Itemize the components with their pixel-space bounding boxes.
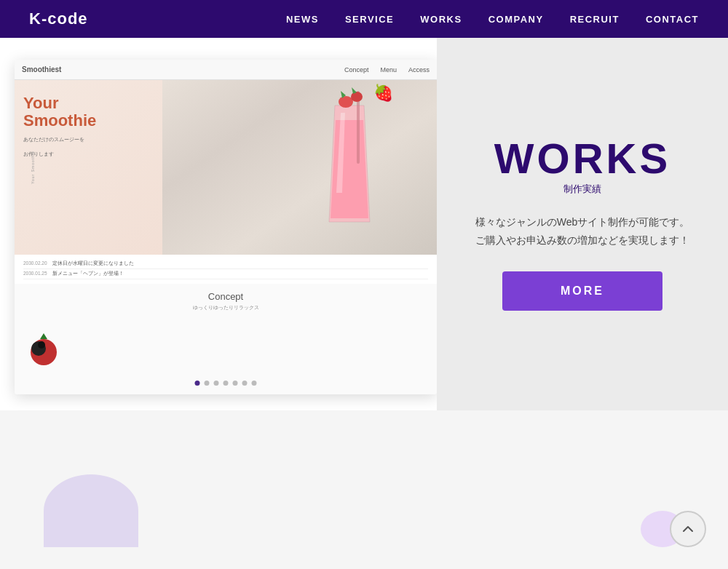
bottom-section [0,410,728,569]
left-fruit-decoration [25,330,62,367]
bottom-circle-left [44,474,138,547]
marble-bg [162,80,437,255]
news-item-2: 2030.01.25 新メニュー「ヘブン」が登場！ [23,269,428,279]
header: K-code NEWS SERVICE WORKS COMPANY RECRUI… [0,0,728,38]
mdot-1[interactable] [195,381,200,386]
nav-link-contact[interactable]: CONTACT [646,14,699,25]
works-right-section: WORKS 制作実績 様々なジャンルのWebサイト制作が可能です。 ご購入やお申… [437,38,728,410]
nav-link-news[interactable]: NEWS [286,14,319,25]
smoothie-subtitle-2: お作りします [23,150,96,158]
mockup-nav-concept: Concept [344,66,369,73]
news-area: 2030.02.20 定休日が水曜日に変更になりました 2030.01.25 新… [15,255,437,284]
mdot-6[interactable] [242,381,248,386]
smoothie-subtitle-1: あなただけのスムージーを [23,135,96,143]
browser-topbar: Smoothiest Concept Menu Access [15,60,437,80]
works-desc-line2: ご購入やお申込み数の増加などを実現します！ [475,234,689,246]
mockup-nav-menu: Menu [380,66,397,73]
nav-link-company[interactable]: COMPANY [488,14,544,25]
news-item-1: 2030.02.20 定休日が水曜日に変更になりました [23,259,428,269]
mdot-4[interactable] [223,381,229,386]
scroll-to-top-button[interactable] [670,511,706,547]
mockup-area: Smoothiest Concept Menu Access Your Smoo… [0,38,437,410]
svg-rect-0 [357,91,360,164]
svg-point-5 [38,341,45,349]
nav-list: NEWS SERVICE WORKS COMPANY RECRUIT CONTA… [286,12,699,25]
news-text-1: 定休日が水曜日に変更になりました [52,260,134,266]
logo[interactable]: K-code [29,9,88,28]
mockup-nav-access: Access [408,66,430,73]
svg-point-1 [339,96,353,108]
news-date-1: 2030.02.20 [23,260,47,266]
mockup-carousel-dots [195,381,257,386]
mdot-3[interactable] [214,381,219,386]
mdot-2[interactable] [205,381,210,386]
nav-item-works[interactable]: WORKS [420,12,462,25]
more-button[interactable]: MORE [502,271,662,311]
news-text-2: 新メニュー「ヘブン」が登場！ [52,271,124,276]
concept-text: ゆっくりゆったりリラックス [23,305,428,311]
svg-point-2 [351,92,363,102]
nav-item-service[interactable]: SERVICE [345,12,394,25]
mdot-5[interactable] [233,381,238,386]
nav-link-service[interactable]: SERVICE [345,14,394,25]
concept-section: Concept ゆっくりゆったりリラックス [15,284,437,319]
works-desc-line1: 様々なジャンルのWebサイト制作が可能です。 [475,216,690,228]
nav-item-contact[interactable]: CONTACT [646,12,699,25]
browser-content: Your Smoothie Your Smoothie あなただけのスムージーを… [15,80,437,394]
smoothie-text-area: Your Smoothie あなただけのスムージーを お作りします [23,95,96,158]
main-section: Smoothiest Concept Menu Access Your Smoo… [0,38,728,410]
smoothie-title-smoothie: Smoothie [23,112,96,130]
nav-item-news[interactable]: NEWS [286,12,319,25]
nav-link-works[interactable]: WORKS [420,14,462,25]
smoothie-title-your: Your [23,95,96,112]
nav-link-recruit[interactable]: RECRUIT [570,14,620,25]
nav-item-recruit[interactable]: RECRUIT [570,12,620,25]
mdot-7[interactable] [252,381,257,386]
mockup-brand: Smoothiest [22,65,61,73]
news-date-2: 2030.01.25 [23,271,47,276]
browser-mockup: Smoothiest Concept Menu Access Your Smoo… [15,60,437,394]
nav-item-company[interactable]: COMPANY [488,12,544,25]
works-heading: WORKS [494,138,670,180]
smoothie-hero: Your Smoothie Your Smoothie あなただけのスムージーを… [15,80,437,255]
works-subheading: 制作実績 [563,183,601,196]
berry-decoration: 🍓 [373,84,393,103]
chevron-up-icon [681,522,695,536]
concept-title: Concept [23,291,428,302]
main-nav: NEWS SERVICE WORKS COMPANY RECRUIT CONTA… [286,12,699,25]
smoothie-glass-illustration [320,84,379,229]
works-description: 様々なジャンルのWebサイト制作が可能です。 ご購入やお申込み数の増加などを実現… [475,213,690,250]
